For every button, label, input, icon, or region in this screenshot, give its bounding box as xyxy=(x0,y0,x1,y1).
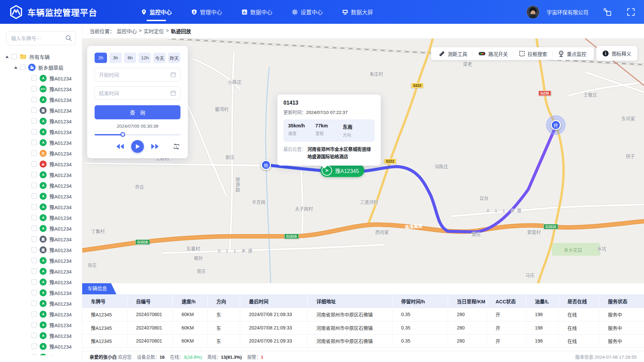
vehicle-row[interactable]: 豫A01234 xyxy=(0,169,82,180)
range-chip-6h[interactable]: 6h xyxy=(124,53,137,63)
rewind-button[interactable] xyxy=(116,143,124,149)
checkbox[interactable] xyxy=(32,354,37,355)
vehicle-row[interactable]: 豫A01234 xyxy=(0,94,82,105)
fullscreen-icon[interactable] xyxy=(627,8,635,16)
checkbox[interactable] xyxy=(32,258,37,263)
search-icon[interactable] xyxy=(65,35,72,43)
vehicle-row[interactable]: ACC豫A01234 xyxy=(0,83,82,94)
vehicle-row[interactable]: 豫A01234 xyxy=(0,298,82,309)
toolbar-traffic[interactable]: 路况开关 xyxy=(473,47,513,60)
slider-knob[interactable] xyxy=(120,132,125,137)
checkbox[interactable] xyxy=(32,268,37,274)
vehicle-row[interactable]: 欠豫A01234 xyxy=(0,148,82,159)
checkbox[interactable] xyxy=(32,161,37,167)
vehicle-row[interactable]: 豫A01234 xyxy=(0,180,82,191)
nav-item-2[interactable]: 数据中心 xyxy=(241,0,272,24)
nav-item-4[interactable]: 数据大屏 xyxy=(342,0,373,24)
checkbox[interactable] xyxy=(32,236,37,242)
nav-item-3[interactable]: 设置中心 xyxy=(292,0,323,24)
vehicle-row[interactable]: 豫A01234 xyxy=(0,116,82,126)
checkbox[interactable] xyxy=(32,279,37,285)
checkbox[interactable] xyxy=(32,215,37,220)
exit-fullscreen-icon[interactable] xyxy=(603,8,612,16)
breadcrumb-item[interactable]: 实时定位 xyxy=(144,27,164,35)
playback-slider[interactable] xyxy=(95,132,180,137)
checkbox[interactable] xyxy=(32,86,37,92)
query-button[interactable]: 查询 xyxy=(95,105,180,119)
checkbox[interactable] xyxy=(32,183,37,188)
breadcrumb-item[interactable]: 监控中心 xyxy=(117,27,137,35)
vehicle-row[interactable]: 豫A01234 xyxy=(0,159,82,169)
checkbox[interactable] xyxy=(32,108,37,113)
vehicle-row[interactable]: 豫A01234 xyxy=(0,287,82,298)
collapse-caret-icon[interactable] xyxy=(5,56,9,58)
vehicle-row[interactable]: 豫A01234 xyxy=(0,137,82,148)
vehicle-row[interactable]: 离豫A01234 xyxy=(0,105,82,116)
toolbar-focus[interactable]: 重点监控 xyxy=(553,47,592,60)
table-row[interactable]: 豫A12345202407080160KM东2024/07/08 21:09:3… xyxy=(82,334,644,347)
checkbox[interactable] xyxy=(32,322,37,327)
range-chip-12h[interactable]: 12h xyxy=(139,53,151,63)
vehicle-row[interactable]: 豫A01234 xyxy=(0,309,82,319)
vehicle-row[interactable]: 离豫A01234 xyxy=(0,234,82,244)
route-end-marker[interactable]: 终 xyxy=(551,120,561,130)
range-chip-今天[interactable]: 今天 xyxy=(153,53,166,63)
checkbox[interactable] xyxy=(32,247,37,252)
vehicle-row[interactable]: 豫A01234 xyxy=(0,266,82,277)
vehicle-row[interactable]: 豫A01234 xyxy=(0,201,82,212)
checkbox[interactable] xyxy=(32,75,37,81)
vehicle-row[interactable]: 豫A01234 xyxy=(0,255,82,266)
checkbox[interactable] xyxy=(32,311,37,317)
vehicle-row[interactable]: 豫A01234 xyxy=(0,277,82,287)
checkbox[interactable] xyxy=(32,193,37,199)
vehicle-row[interactable]: 豫A01234 xyxy=(0,223,82,234)
vehicle-row[interactable]: 豫A01234 xyxy=(0,352,82,355)
checkbox[interactable] xyxy=(32,97,37,102)
checkbox[interactable] xyxy=(32,301,37,306)
vehicle-row[interactable]: 豫A01234 xyxy=(0,330,82,341)
table-row[interactable]: 豫A12345202407080160KM东2024/07/08 21:09:3… xyxy=(82,308,644,321)
vehicle-row[interactable]: 豫A01234 xyxy=(0,126,82,137)
map-canvas[interactable]: 姚家村梁老朱庄村小陈庄王敬庄东司家瞿湾村拐子王店村新庄任营村沟陈庄议台乔庄半百岗… xyxy=(82,39,644,283)
vehicle-row[interactable]: 豫A01234 xyxy=(0,212,82,223)
checkbox[interactable] xyxy=(32,140,37,145)
toolbar-box-select[interactable]: 拉框搜索 xyxy=(514,47,552,60)
end-time-input[interactable]: 结束时间 xyxy=(95,86,180,100)
start-time-input[interactable]: 开始时间 xyxy=(95,68,180,81)
checkbox[interactable] xyxy=(32,204,37,209)
range-chip-3h[interactable]: 3h xyxy=(109,53,122,63)
checkbox[interactable] xyxy=(20,65,25,70)
checkbox[interactable] xyxy=(11,54,17,59)
checkbox[interactable] xyxy=(32,118,37,124)
checkbox[interactable] xyxy=(32,290,37,295)
route-start-marker[interactable]: 始 xyxy=(261,160,271,170)
playback-speed-icon[interactable]: 1 xyxy=(172,142,180,152)
vehicle-row[interactable]: 豫A01234 xyxy=(0,341,82,352)
legend-button[interactable]: 图标释义 xyxy=(596,46,637,61)
collapse-caret-icon[interactable] xyxy=(14,66,17,69)
vehicle-row[interactable]: 离豫A01234 xyxy=(0,244,82,255)
checkbox[interactable] xyxy=(32,344,37,349)
tree-group-row[interactable]: 新乡烟草局 xyxy=(0,62,82,73)
breadcrumb-item[interactable]: 轨迹回放 xyxy=(171,27,191,35)
checkbox[interactable] xyxy=(32,172,37,177)
range-chip-昨天[interactable]: 昨天 xyxy=(168,53,180,63)
checkbox[interactable] xyxy=(32,129,37,134)
vehicle-row[interactable]: 豫A01234 xyxy=(0,319,82,330)
fast-forward-button[interactable] xyxy=(151,143,159,149)
nav-item-0[interactable]: 监控中心 xyxy=(141,0,172,24)
nav-item-1[interactable]: 管理中心 xyxy=(191,0,222,24)
checkbox[interactable] xyxy=(32,333,37,338)
vehicle-row[interactable]: 豫A01234 xyxy=(0,191,82,201)
toolbar-ruler[interactable]: 测距工具 xyxy=(433,47,473,60)
vehicle-row[interactable]: 豫A01234 xyxy=(0,73,82,83)
play-button[interactable] xyxy=(131,140,144,153)
tree-root-all-vehicles[interactable]: 所有车辆 xyxy=(0,51,82,62)
checkbox[interactable] xyxy=(32,150,37,156)
checkbox[interactable] xyxy=(32,226,37,231)
table-row[interactable]: 豫A12345202407080160KM东2024/07/08 21:09:3… xyxy=(82,321,644,334)
range-chip-2h[interactable]: 2h xyxy=(95,53,107,63)
avatar[interactable] xyxy=(527,6,539,18)
tab-vehicle-info[interactable]: 车辆信息 xyxy=(82,283,116,294)
column-header: 是否在线 xyxy=(558,294,599,308)
